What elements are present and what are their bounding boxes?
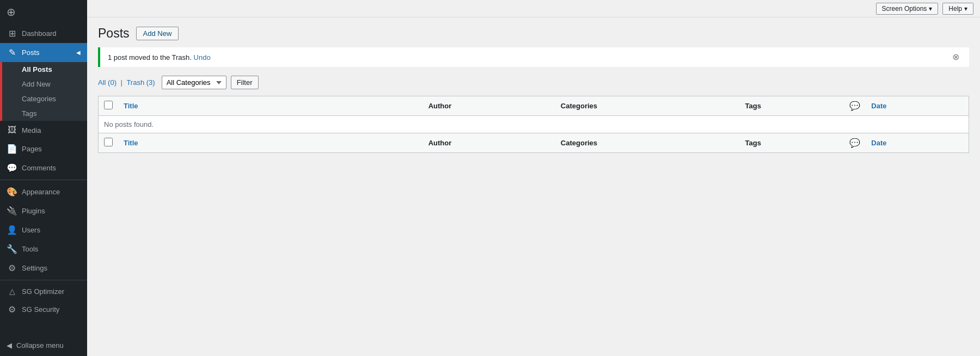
th-comments: 💬 xyxy=(844,96,866,116)
sidebar-divider-2 xyxy=(0,280,87,280)
sg-optimizer-icon: △ xyxy=(7,287,17,296)
sidebar-item-label: Media xyxy=(22,126,41,134)
sidebar-item-comments[interactable]: 💬 Comments xyxy=(0,158,87,177)
sidebar-item-tools[interactable]: 🔧 Tools xyxy=(0,240,87,259)
comment-header-icon: 💬 xyxy=(849,101,860,111)
posts-table: Title Author Categories Tags 💬 Date No p… xyxy=(98,96,969,153)
table-footer-row: Title Author Categories Tags 💬 Date xyxy=(99,133,969,153)
th-categories: Categories xyxy=(555,96,740,116)
sidebar-item-label: Dashboard xyxy=(22,29,57,38)
content-area: Posts Add New 1 post moved to the Trash.… xyxy=(87,17,980,356)
tools-icon: 🔧 xyxy=(7,244,17,254)
tfoot-categories: Categories xyxy=(555,133,740,153)
sidebar-item-label: Appearance xyxy=(22,188,60,196)
tfoot-title: Title xyxy=(118,133,423,153)
media-icon: 🖼 xyxy=(7,125,17,135)
table-head: Title Author Categories Tags 💬 Date xyxy=(99,96,969,116)
submenu-categories[interactable]: Categories xyxy=(2,91,87,106)
trash-label: Trash xyxy=(126,78,144,87)
trash-count: (3) xyxy=(146,78,155,87)
collapse-menu-button[interactable]: ◀ Collapse menu xyxy=(0,337,87,356)
sidebar-item-media[interactable]: 🖼 Media xyxy=(0,121,87,139)
sidebar-item-sg-optimizer[interactable]: △ SG Optimizer xyxy=(0,283,87,300)
main-content: Screen Options ▾ Help ▾ Posts Add New 1 … xyxy=(87,0,980,356)
filter-button[interactable]: Filter xyxy=(231,76,259,89)
sidebar-item-settings[interactable]: ⚙ Settings xyxy=(0,259,87,278)
date-footer-sort-link[interactable]: Date xyxy=(871,139,886,147)
tfoot-tags: Tags xyxy=(740,133,844,153)
select-all-checkbox[interactable] xyxy=(104,101,113,109)
dashboard-icon: ⊞ xyxy=(7,28,17,39)
submenu-tags[interactable]: Tags xyxy=(2,106,87,121)
page-title: Posts xyxy=(98,26,130,41)
th-author: Author xyxy=(423,96,555,116)
topbar: Screen Options ▾ Help ▾ xyxy=(87,0,980,17)
users-icon: 👤 xyxy=(7,225,17,235)
tfoot-comments: 💬 xyxy=(844,133,866,153)
notice-text: 1 post moved to the Trash. Undo xyxy=(108,53,211,62)
table-foot: Title Author Categories Tags 💬 Date xyxy=(99,133,969,153)
all-label: All xyxy=(98,78,106,87)
comment-footer-icon: 💬 xyxy=(849,138,860,148)
submenu-all-posts[interactable]: All Posts xyxy=(2,62,87,77)
sidebar-item-label: Comments xyxy=(22,164,56,172)
category-select[interactable]: All Categories xyxy=(162,76,226,89)
settings-icon: ⚙ xyxy=(7,263,17,273)
help-label: Help xyxy=(948,5,962,13)
sidebar-item-posts[interactable]: ✎ Posts ◀ xyxy=(0,43,87,62)
page-header: Posts Add New xyxy=(98,26,969,41)
notice-close-button[interactable]: ⊗ xyxy=(950,53,961,62)
trash-link[interactable]: Trash (3) xyxy=(126,78,155,87)
comments-icon: 💬 xyxy=(7,163,17,173)
sidebar-item-pages[interactable]: 📄 Pages xyxy=(0,139,87,158)
all-posts-link[interactable]: All (0) xyxy=(98,78,119,87)
help-button[interactable]: Help ▾ xyxy=(942,3,973,15)
sg-security-icon: ⚙ xyxy=(7,304,17,315)
submenu-add-new[interactable]: Add New xyxy=(2,77,87,91)
table-header-row: Title Author Categories Tags 💬 Date xyxy=(99,96,969,116)
title-footer-sort-link[interactable]: Title xyxy=(124,139,138,147)
sidebar-divider-1 xyxy=(0,180,87,180)
tfoot-author: Author xyxy=(423,133,555,153)
sidebar-item-users[interactable]: 👤 Users xyxy=(0,220,87,240)
posts-icon: ✎ xyxy=(7,47,17,58)
collapse-icon: ◀ xyxy=(7,341,12,349)
sidebar-item-label: SG Security xyxy=(22,305,59,314)
sidebar-item-label: SG Optimizer xyxy=(22,287,64,296)
sidebar-item-plugins[interactable]: 🔌 Plugins xyxy=(0,201,87,220)
sidebar-item-label: Pages xyxy=(22,145,42,153)
th-date: Date xyxy=(866,96,969,116)
add-new-button[interactable]: Add New xyxy=(136,27,179,40)
collapse-label: Collapse menu xyxy=(16,341,64,349)
tfoot-date: Date xyxy=(866,133,969,153)
filter-bar: All (0) | Trash (3) All Categories Filte… xyxy=(98,76,969,89)
select-all-footer-checkbox[interactable] xyxy=(104,138,113,146)
notice-undo-link[interactable]: Undo xyxy=(194,53,211,62)
all-count: (0) xyxy=(108,78,117,87)
filter-links: All (0) | Trash (3) xyxy=(98,78,155,87)
sidebar-item-label: Posts xyxy=(22,48,40,57)
wp-logo-icon: ⊕ xyxy=(7,5,16,19)
no-posts-row: No posts found. xyxy=(99,116,969,133)
title-sort-link[interactable]: Title xyxy=(124,102,138,110)
screen-options-label: Screen Options xyxy=(882,5,927,13)
sidebar-item-dashboard[interactable]: ⊞ Dashboard xyxy=(0,24,87,43)
date-sort-link[interactable]: Date xyxy=(871,102,886,110)
notice-bar: 1 post moved to the Trash. Undo ⊗ xyxy=(98,47,969,67)
notice-message: 1 post moved to the Trash. xyxy=(108,53,192,62)
wp-logo[interactable]: ⊕ xyxy=(0,0,87,24)
th-checkbox xyxy=(99,96,119,116)
plugins-icon: 🔌 xyxy=(7,206,17,216)
sidebar-item-label: Plugins xyxy=(22,207,45,215)
posts-submenu: All Posts Add New Categories Tags xyxy=(0,62,87,121)
th-title: Title xyxy=(118,96,423,116)
sidebar-item-label: Users xyxy=(22,226,40,234)
th-tags: Tags xyxy=(740,96,844,116)
posts-arrow-icon: ◀ xyxy=(76,50,81,56)
sidebar-item-appearance[interactable]: 🎨 Appearance xyxy=(0,182,87,201)
sidebar-item-label: Tools xyxy=(22,245,38,253)
screen-options-button[interactable]: Screen Options ▾ xyxy=(876,3,939,15)
filter-separator: | xyxy=(121,78,122,87)
sidebar-item-sg-security[interactable]: ⚙ SG Security xyxy=(0,300,87,319)
tfoot-checkbox xyxy=(99,133,119,153)
